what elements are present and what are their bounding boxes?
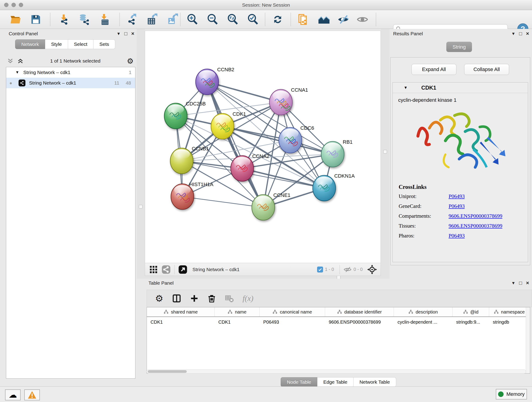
left-splitter-handle[interactable] [139, 205, 143, 209]
tab-network-table[interactable]: Network Table [354, 377, 396, 387]
close-panel-icon[interactable]: ✕ [526, 281, 529, 286]
node-CDC6[interactable] [279, 128, 302, 153]
hide-selected-button[interactable] [337, 13, 349, 26]
collapse-all-icon[interactable] [7, 57, 14, 64]
edge-HIST1H1A-CCNE1[interactable] [182, 197, 263, 207]
table-horizontal-scrollbar[interactable] [147, 370, 526, 374]
close-panel-icon[interactable]: ✕ [526, 31, 529, 36]
table-cell[interactable]: stringdb:9... [452, 317, 489, 327]
column-header-description[interactable]: description [394, 307, 452, 317]
collapse-all-button[interactable]: Collapse All [464, 64, 509, 75]
table-settings-gear-icon[interactable]: ⚙ [155, 293, 163, 304]
birdseye-view-icon[interactable] [178, 265, 187, 274]
node-CDKN1A[interactable] [313, 175, 336, 201]
hidden-eye-icon[interactable] [343, 265, 352, 274]
column-header-database-identifier[interactable]: database identifier [325, 307, 394, 317]
close-panel-icon[interactable]: ✕ [131, 31, 134, 36]
save-session-button[interactable] [30, 13, 42, 26]
right-splitter-handle[interactable] [383, 150, 387, 153]
network-view-icon[interactable] [162, 265, 171, 274]
refresh-button[interactable] [272, 13, 284, 26]
crosshair-icon[interactable] [367, 264, 377, 275]
import-network-from-database-button[interactable] [78, 13, 90, 26]
float-panel-icon[interactable]: □ [519, 31, 522, 37]
table-cell[interactable]: cyclin-dependent ... [394, 317, 452, 327]
float-panel-icon[interactable]: □ [519, 280, 522, 286]
left-splitter[interactable] [137, 29, 145, 279]
maximize-window-icon[interactable] [19, 3, 23, 7]
panel-menu-icon[interactable]: ▼ [511, 281, 515, 286]
crosslink-link[interactable]: P06493 [449, 203, 465, 209]
expand-all-icon[interactable] [17, 57, 24, 64]
export-image-button[interactable] [166, 13, 178, 26]
gear-icon[interactable]: ⚙ [127, 57, 133, 65]
node-CDK1[interactable] [211, 114, 234, 139]
crosslink-link[interactable]: 9606.ENSP00000378699 [449, 223, 502, 229]
minimize-window-icon[interactable] [12, 3, 16, 7]
table-cell[interactable]: CDK1 [147, 317, 215, 327]
open-session-button[interactable] [10, 13, 22, 26]
table-row[interactable]: CDK1CDK1P064939606.ENSP00000378699cyclin… [147, 317, 530, 327]
delete-table-icon[interactable] [225, 294, 234, 303]
cloud-status-button[interactable]: ☁ [5, 389, 21, 400]
node-CCNE1[interactable] [252, 195, 275, 220]
tab-node-table[interactable]: Node Table [281, 377, 317, 387]
node-RB1[interactable] [321, 141, 344, 167]
right-splitter[interactable] [381, 29, 389, 279]
network-canvas[interactable]: CCNB2CCNA1CDC25BCDK1CDC6RB1CCNB1CCNA2CDK… [145, 31, 381, 263]
panel-menu-icon[interactable]: ▼ [511, 32, 515, 36]
memory-button[interactable]: Memory [496, 389, 527, 400]
import-table-button[interactable] [98, 13, 110, 26]
tab-network[interactable]: Network [15, 39, 45, 49]
tab-sets[interactable]: Sets [94, 39, 115, 49]
crosslink-link[interactable]: 9606.ENSP00000378699 [449, 213, 502, 219]
zoom-selected-button[interactable] [247, 13, 259, 26]
table-cell[interactable]: P06493 [260, 317, 325, 327]
tab-edge-table[interactable]: Edge Table [317, 377, 354, 387]
network-row-selected[interactable]: ● String Network – cdk1 11 48 [6, 78, 135, 88]
delete-column-icon[interactable] [207, 294, 216, 303]
tab-style[interactable]: Style [45, 39, 68, 49]
traffic-lights[interactable] [4, 3, 23, 7]
column-header-canonical-name[interactable]: canonical name [260, 307, 325, 317]
column-header--id[interactable]: @id [452, 307, 489, 317]
expand-all-button[interactable]: Expand All [412, 64, 456, 75]
table-vertical-scrollbar[interactable] [526, 307, 530, 373]
show-all-button[interactable] [356, 13, 368, 26]
zoom-out-button[interactable] [207, 13, 219, 26]
node-CCNA2[interactable] [231, 156, 254, 181]
panel-menu-icon[interactable]: ▼ [117, 32, 121, 36]
grid-view-icon[interactable] [149, 265, 158, 274]
close-window-icon[interactable] [4, 3, 8, 7]
node-CDC25B[interactable] [164, 103, 187, 129]
gene-collapse-icon[interactable]: ▼ [404, 85, 408, 90]
function-builder-button[interactable]: f(x) [243, 294, 253, 303]
network-graph[interactable]: CCNB2CCNA1CDC25BCDK1CDC6RB1CCNB1CCNA2CDK… [145, 31, 380, 263]
table-cell[interactable]: stringdb [489, 317, 530, 327]
tab-select[interactable]: Select [68, 39, 94, 49]
tab-string[interactable]: String [446, 42, 472, 52]
node-HIST1H1A[interactable] [171, 184, 194, 210]
float-panel-icon[interactable]: □ [124, 31, 127, 37]
import-network-button[interactable] [58, 13, 70, 26]
zoom-in-button[interactable] [186, 13, 198, 26]
network-collection-row[interactable]: ▼ String Network – cdk1 1 [6, 67, 135, 78]
table-cell[interactable]: CDK1 [215, 317, 260, 327]
node-table[interactable]: shared namenamecanonical namedatabase id… [147, 307, 530, 374]
export-network-button[interactable] [126, 13, 138, 26]
warnings-button[interactable] [24, 389, 40, 400]
add-column-icon[interactable] [190, 294, 199, 303]
zoom-fit-button[interactable] [227, 13, 239, 26]
table-cell[interactable]: 9606.ENSP00000378699 [325, 317, 394, 327]
crosslink-link[interactable]: P06493 [449, 233, 465, 239]
show-columns-icon[interactable] [172, 294, 181, 303]
home-button[interactable] [318, 13, 330, 26]
selected-checkbox-icon[interactable] [317, 267, 323, 273]
edge-CCNA2-CDKN1A[interactable] [242, 168, 324, 188]
crosslink-link[interactable]: P06493 [449, 193, 465, 199]
node-CCNA1[interactable] [269, 89, 292, 115]
export-table-button[interactable] [146, 13, 158, 26]
column-header-name[interactable]: name [215, 307, 260, 317]
scrollbar-thumb[interactable] [148, 370, 187, 373]
column-header-shared-name[interactable]: shared name [147, 307, 215, 317]
